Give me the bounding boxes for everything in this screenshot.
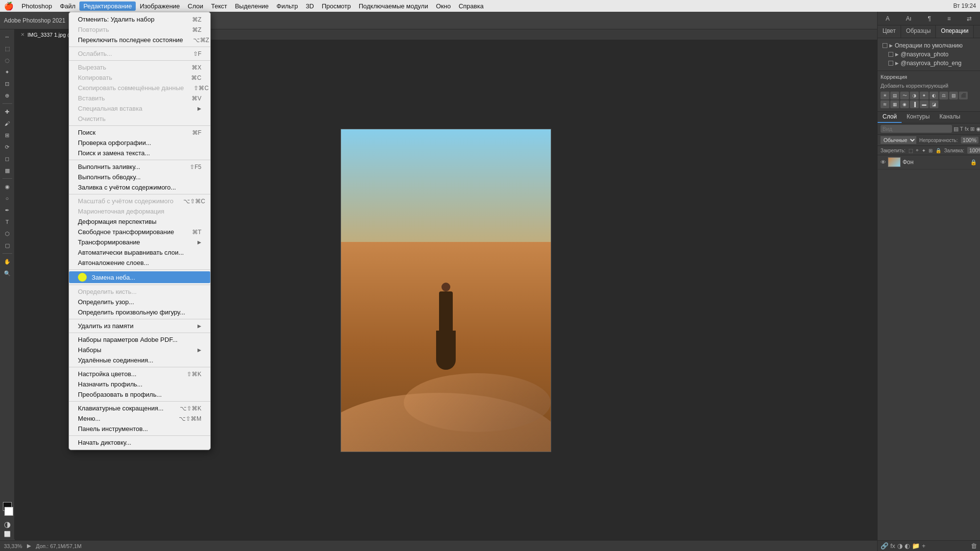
tab-channels[interactable]: Каналы xyxy=(934,112,965,123)
menu-perspective[interactable]: Деформация перспективы xyxy=(69,216,210,227)
menu-remoteconn[interactable]: Удалённые соединения... xyxy=(69,355,210,365)
ops-check-3[interactable] xyxy=(888,61,893,66)
corr-bw[interactable]: ▧ xyxy=(949,92,958,99)
corr-curves[interactable]: 〜 xyxy=(900,92,909,99)
adjustment-layer-icon[interactable]: ◐ xyxy=(905,542,910,550)
menubar-layers[interactable]: Слои xyxy=(184,1,207,11)
tab-layers[interactable]: Слой xyxy=(878,112,902,123)
menu-clear[interactable]: Очистить xyxy=(69,114,210,124)
brush-tool[interactable]: 🖌 xyxy=(1,118,13,129)
corr-photofilter[interactable]: ⬛ xyxy=(959,92,968,99)
menu-menus[interactable]: Меню... ⌥⇧⌘M xyxy=(69,413,210,424)
tab-operations[interactable]: Операции xyxy=(936,25,974,38)
filter-effects-icon[interactable]: fx xyxy=(965,126,969,132)
ops-item-1[interactable]: ▶ Операции по умолчанию xyxy=(881,41,977,50)
corr-levels[interactable]: ▤ xyxy=(890,92,899,99)
menu-keyboard[interactable]: Клавиатурные сокращения... ⌥⇧⌘K xyxy=(69,403,210,413)
quick-mask-tool[interactable]: ◑ xyxy=(4,520,11,529)
ops-check-1[interactable] xyxy=(882,43,887,48)
menu-fade[interactable]: Ослабить... ⇧F xyxy=(69,48,210,59)
menu-redo[interactable]: Повторить ⌘Z xyxy=(69,24,210,35)
eraser-tool[interactable]: ◻ xyxy=(1,153,13,164)
shape-tool[interactable]: ▢ xyxy=(1,240,13,251)
menubar-image[interactable]: Изображение xyxy=(136,1,184,11)
lock-move-icon[interactable]: ✦ xyxy=(922,148,926,153)
delete-layer-icon[interactable]: 🗑 xyxy=(971,542,977,550)
filter-type-icon[interactable]: ▤ xyxy=(954,126,958,132)
panel-icon-4[interactable]: ≡ xyxy=(945,14,953,23)
pen-tool[interactable]: ✒ xyxy=(1,205,13,216)
corr-colorbalance[interactable]: ⚖ xyxy=(939,92,948,99)
menu-presets[interactable]: Наборы ▶ xyxy=(69,345,210,355)
blur-tool[interactable]: ◉ xyxy=(1,181,13,192)
menu-findreplace[interactable]: Поиск и замена текста... xyxy=(69,148,210,158)
panel-icon-3[interactable]: ¶ xyxy=(926,14,932,23)
ops-item-3[interactable]: ▶ @nasyrova_photo_eng xyxy=(881,59,977,68)
status-triangle[interactable]: ▶ xyxy=(27,543,31,549)
menubar-help[interactable]: Справка xyxy=(455,1,488,11)
eyedropper-tool[interactable]: ⊕ xyxy=(1,90,13,101)
corr-vibrance[interactable]: ✦ xyxy=(920,92,929,99)
new-layer-icon[interactable]: + xyxy=(922,542,926,550)
layers-search-input[interactable] xyxy=(881,125,952,133)
panel-icon-5[interactable]: ⇄ xyxy=(965,14,974,23)
zoom-tool[interactable]: 🔍 xyxy=(1,268,13,279)
ops-item-2[interactable]: ▶ @nasyrova_photo xyxy=(881,50,977,59)
history-tool[interactable]: ⟳ xyxy=(1,142,13,152)
healing-tool[interactable]: ✚ xyxy=(1,106,13,117)
menu-toolbar[interactable]: Панель инструментов... xyxy=(69,424,210,434)
menu-search[interactable]: Поиск ⌘F xyxy=(69,127,210,138)
menu-autoblend[interactable]: Автоналожение слоев... xyxy=(69,258,210,268)
lock-pixels-icon[interactable]: ⬚ xyxy=(908,148,913,153)
link-layers-icon[interactable]: 🔗 xyxy=(881,542,888,550)
lasso-tool[interactable]: ◌ xyxy=(1,55,13,66)
menubar-view[interactable]: Просмотр xyxy=(318,1,355,11)
menu-spellcheck[interactable]: Проверка орфографии... xyxy=(69,138,210,148)
corr-threshold[interactable]: ▐ xyxy=(910,100,919,108)
gradient-tool[interactable]: ▦ xyxy=(1,165,13,176)
screen-mode[interactable]: ⬜ xyxy=(4,531,11,537)
corr-brightness[interactable]: ☀ xyxy=(881,92,889,99)
corr-hue[interactable]: ◐ xyxy=(930,92,938,99)
filter-name-icon[interactable]: T xyxy=(960,126,963,132)
menubar-edit[interactable]: Редактирование xyxy=(79,1,136,11)
layer-visibility-icon[interactable]: 👁 xyxy=(881,159,886,165)
menubar-3d[interactable]: 3D xyxy=(302,1,318,11)
menu-definepattern[interactable]: Определить узор... xyxy=(69,297,210,307)
menu-defineshape[interactable]: Определить произвольную фигуру... xyxy=(69,307,210,317)
lock-artboard-icon[interactable]: ⊞ xyxy=(929,148,932,153)
dodge-tool[interactable]: ○ xyxy=(1,193,13,204)
menubar-window[interactable]: Окно xyxy=(432,1,455,11)
menu-pdfpresets[interactable]: Наборы параметров Adobe PDF... xyxy=(69,335,210,345)
menu-paste-special[interactable]: Специальная вставка ▶ xyxy=(69,103,210,114)
tab-paths[interactable]: Контуры xyxy=(902,112,934,123)
ops-check-2[interactable] xyxy=(888,52,893,57)
lock-gradient-icon[interactable]: ⌖ xyxy=(916,147,919,153)
fill-value[interactable]: 100% xyxy=(967,147,980,154)
lock-all-icon[interactable]: 🔒 xyxy=(935,148,941,153)
panel-icon-2[interactable]: Aı xyxy=(904,14,913,23)
apple-menu[interactable]: 🍎 xyxy=(4,1,14,11)
path-tool[interactable]: ⬡ xyxy=(1,228,13,239)
opacity-value[interactable]: 100% xyxy=(961,137,979,144)
menu-purge[interactable]: Удалить из памяти ▶ xyxy=(69,321,210,331)
corr-invert[interactable]: ◪ xyxy=(930,100,938,108)
layer-effects-icon[interactable]: fx xyxy=(890,542,895,550)
tab-color[interactable]: Цвет xyxy=(878,25,901,38)
menu-contentfill[interactable]: Заливка с учётом содержимого... xyxy=(69,182,210,192)
layer-mask-icon[interactable]: ◑ xyxy=(897,542,903,550)
menu-stroke[interactable]: Выполнить обводку... xyxy=(69,172,210,182)
selection-tool[interactable]: ⬚ xyxy=(1,43,13,54)
menu-convertprofile[interactable]: Преобразовать в профиль... xyxy=(69,389,210,400)
crop-tool[interactable]: ⊡ xyxy=(1,78,13,89)
ops-expand-2[interactable]: ▶ xyxy=(895,52,899,57)
filter-color-icon[interactable]: ◉ xyxy=(976,126,980,132)
hand-tool[interactable]: ✋ xyxy=(1,256,13,267)
ops-expand-1[interactable]: ▶ xyxy=(889,43,893,48)
corr-gradient[interactable]: ▦ xyxy=(890,100,899,108)
move-tool[interactable]: ↔ xyxy=(1,31,13,42)
close-tab-icon[interactable]: ✕ xyxy=(21,32,24,37)
clone-tool[interactable]: ⊞ xyxy=(1,130,13,141)
magic-wand-tool[interactable]: ✦ xyxy=(1,67,13,77)
menu-skyreplace[interactable]: Замена неба... xyxy=(69,271,210,283)
